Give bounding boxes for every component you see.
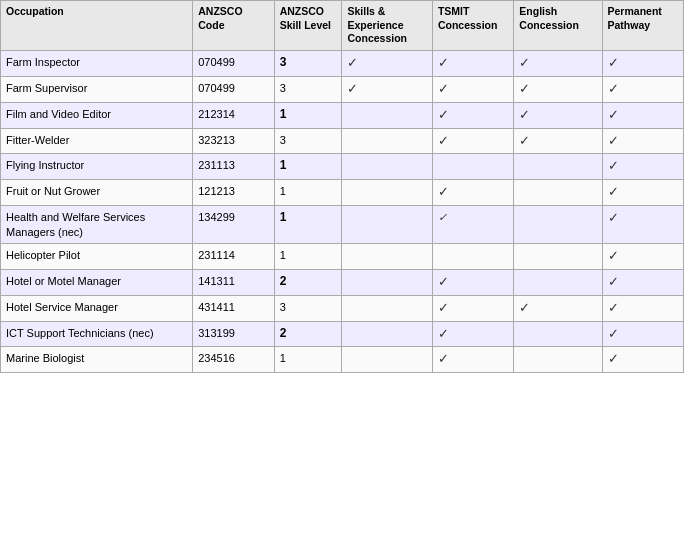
cell-occupation: Farm Supervisor	[1, 76, 193, 102]
cell-skills-exp	[342, 243, 432, 269]
cell-permanent: ✓	[602, 50, 683, 76]
cell-skills-exp	[342, 321, 432, 347]
cell-tsmit: ✓	[432, 347, 513, 373]
cell-skill-level: 3	[274, 76, 342, 102]
cell-permanent: ✓	[602, 347, 683, 373]
cell-skills-exp: ✓	[342, 50, 432, 76]
cell-anzsco-code: 070499	[193, 50, 274, 76]
cell-english	[514, 243, 602, 269]
cell-skill-level: 1	[274, 102, 342, 128]
table-row: ICT Support Technicians (nec)3131992✓✓	[1, 321, 684, 347]
cell-tsmit: ✓	[432, 321, 513, 347]
cell-english	[514, 180, 602, 206]
cell-anzsco-code: 070499	[193, 76, 274, 102]
cell-tsmit: ✓	[432, 206, 513, 244]
cell-anzsco-code: 231114	[193, 243, 274, 269]
cell-occupation: Fruit or Nut Grower	[1, 180, 193, 206]
cell-occupation: Farm Inspector	[1, 50, 193, 76]
cell-occupation: ICT Support Technicians (nec)	[1, 321, 193, 347]
cell-english: ✓	[514, 76, 602, 102]
cell-permanent: ✓	[602, 180, 683, 206]
cell-tsmit: ✓	[432, 128, 513, 154]
cell-skill-level: 3	[274, 50, 342, 76]
cell-anzsco-code: 323213	[193, 128, 274, 154]
cell-permanent: ✓	[602, 128, 683, 154]
table-row: Helicopter Pilot2311141✓	[1, 243, 684, 269]
cell-permanent: ✓	[602, 243, 683, 269]
cell-english	[514, 347, 602, 373]
cell-english: ✓	[514, 102, 602, 128]
cell-anzsco-code: 231113	[193, 154, 274, 180]
cell-occupation: Fitter-Welder	[1, 128, 193, 154]
cell-tsmit: ✓	[432, 269, 513, 295]
cell-skills-exp: ✓	[342, 76, 432, 102]
header-skills-exp: Skills & Experience Concession	[342, 1, 432, 51]
cell-tsmit	[432, 243, 513, 269]
cell-occupation: Hotel or Motel Manager	[1, 269, 193, 295]
cell-skill-level: 2	[274, 269, 342, 295]
cell-anzsco-code: 431411	[193, 295, 274, 321]
cell-occupation: Health and Welfare Services Managers (ne…	[1, 206, 193, 244]
header-tsmit: TSMIT Concession	[432, 1, 513, 51]
cell-tsmit: ✓	[432, 102, 513, 128]
cell-permanent: ✓	[602, 295, 683, 321]
cell-skill-level: 1	[274, 154, 342, 180]
cell-english	[514, 269, 602, 295]
cell-permanent: ✓	[602, 269, 683, 295]
cell-anzsco-code: 313199	[193, 321, 274, 347]
cell-skills-exp	[342, 269, 432, 295]
cell-tsmit	[432, 154, 513, 180]
cell-occupation: Hotel Service Manager	[1, 295, 193, 321]
header-occupation: Occupation	[1, 1, 193, 51]
cell-skills-exp	[342, 295, 432, 321]
table-row: Marine Biologist2345161✓✓	[1, 347, 684, 373]
cell-anzsco-code: 141311	[193, 269, 274, 295]
cell-skills-exp	[342, 154, 432, 180]
cell-skill-level: 3	[274, 128, 342, 154]
main-table-wrapper: Occupation ANZSCO Code ANZSCO Skill Leve…	[0, 0, 684, 373]
header-english: English Concession	[514, 1, 602, 51]
cell-skill-level: 1	[274, 180, 342, 206]
cell-skills-exp	[342, 206, 432, 244]
cell-occupation: Film and Video Editor	[1, 102, 193, 128]
cell-anzsco-code: 212314	[193, 102, 274, 128]
header-skill-level: ANZSCO Skill Level	[274, 1, 342, 51]
cell-skill-level: 2	[274, 321, 342, 347]
cell-tsmit: ✓	[432, 295, 513, 321]
cell-skill-level: 3	[274, 295, 342, 321]
table-row: Farm Supervisor0704993✓✓✓✓	[1, 76, 684, 102]
table-row: Hotel Service Manager4314113✓✓✓	[1, 295, 684, 321]
cell-english: ✓	[514, 295, 602, 321]
cell-anzsco-code: 134299	[193, 206, 274, 244]
table-row: Flying Instructor2311131✓	[1, 154, 684, 180]
cell-occupation: Marine Biologist	[1, 347, 193, 373]
cell-permanent: ✓	[602, 76, 683, 102]
cell-english: ✓	[514, 128, 602, 154]
table-row: Health and Welfare Services Managers (ne…	[1, 206, 684, 244]
cell-english	[514, 206, 602, 244]
cell-skills-exp	[342, 128, 432, 154]
table-row: Hotel or Motel Manager1413112✓✓	[1, 269, 684, 295]
header-row: Occupation ANZSCO Code ANZSCO Skill Leve…	[1, 1, 684, 51]
cell-anzsco-code: 121213	[193, 180, 274, 206]
cell-tsmit: ✓	[432, 50, 513, 76]
cell-english: ✓	[514, 50, 602, 76]
occupation-table: Occupation ANZSCO Code ANZSCO Skill Leve…	[0, 0, 684, 373]
cell-skills-exp	[342, 180, 432, 206]
table-row: Farm Inspector0704993✓✓✓✓	[1, 50, 684, 76]
cell-english	[514, 154, 602, 180]
table-row: Fruit or Nut Grower1212131✓✓	[1, 180, 684, 206]
cell-skill-level: 1	[274, 206, 342, 244]
cell-skill-level: 1	[274, 347, 342, 373]
cell-occupation: Helicopter Pilot	[1, 243, 193, 269]
cell-anzsco-code: 234516	[193, 347, 274, 373]
cell-skills-exp	[342, 102, 432, 128]
cell-permanent: ✓	[602, 154, 683, 180]
header-anzsco-code: ANZSCO Code	[193, 1, 274, 51]
cell-tsmit: ✓	[432, 180, 513, 206]
table-row: Fitter-Welder3232133✓✓✓	[1, 128, 684, 154]
cell-occupation: Flying Instructor	[1, 154, 193, 180]
cell-permanent: ✓	[602, 321, 683, 347]
table-body: Farm Inspector0704993✓✓✓✓Farm Supervisor…	[1, 50, 684, 372]
cell-skill-level: 1	[274, 243, 342, 269]
